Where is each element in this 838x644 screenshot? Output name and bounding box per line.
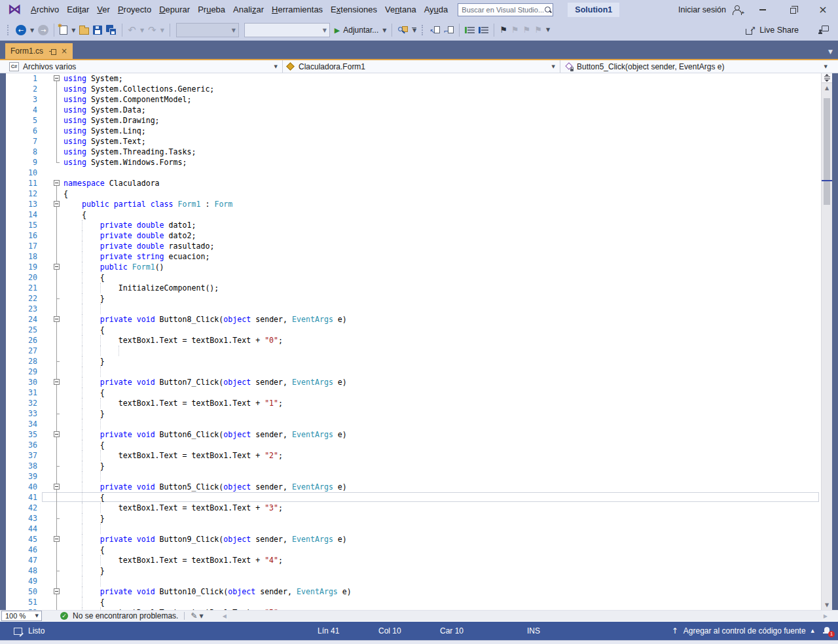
code-line-36[interactable]: 36 { bbox=[6, 440, 821, 450]
new-file-dropdown[interactable]: ▼ bbox=[69, 27, 77, 33]
open-file-button[interactable] bbox=[77, 22, 91, 38]
menu-extensiones[interactable]: Extensiones bbox=[327, 0, 381, 20]
code-line-47[interactable]: 47 textBox1.Text = textBox1.Text + "4"; bbox=[6, 555, 821, 565]
code-line-33[interactable]: 33 } bbox=[6, 408, 821, 419]
code-line-25[interactable]: 25 { bbox=[6, 325, 821, 335]
attach-button[interactable]: ▶ Adjuntar... bbox=[333, 22, 381, 38]
toolbar-grip[interactable] bbox=[7, 25, 10, 35]
code-line-50[interactable]: 50 private void Button10_Click(object se… bbox=[6, 586, 821, 597]
menu-ver[interactable]: Ver bbox=[93, 0, 114, 20]
scrollbar-thumb[interactable] bbox=[824, 98, 830, 205]
search-input[interactable]: Buscar en Visual Studio... bbox=[458, 3, 553, 16]
hscroll-left-button[interactable]: ◀ bbox=[223, 613, 227, 619]
code-line-1[interactable]: 1using System; bbox=[6, 73, 821, 84]
code-line-48[interactable]: 48 } bbox=[6, 565, 821, 576]
background-tasks-icon[interactable] bbox=[14, 628, 22, 635]
code-line-49[interactable]: 49 bbox=[6, 576, 821, 586]
sign-in-button[interactable]: Iniciar sesión + bbox=[678, 0, 742, 20]
code-line-17[interactable]: 17 private double rasultado; bbox=[6, 241, 821, 251]
toolbar-grip-2[interactable] bbox=[422, 25, 425, 35]
code-line-42[interactable]: 42 textBox1.Text = textBox1.Text + "3"; bbox=[6, 503, 821, 513]
code-line-12[interactable]: 12{ bbox=[6, 188, 821, 199]
menu-depurar[interactable]: Depurar bbox=[155, 0, 194, 20]
code-line-5[interactable]: 5using System.Drawing; bbox=[6, 115, 821, 126]
menu-ventana[interactable]: Ventana bbox=[381, 0, 420, 20]
code-line-37[interactable]: 37 textBox1.Text = textBox1.Text + "2"; bbox=[6, 450, 821, 461]
back-dropdown[interactable]: ▼ bbox=[28, 27, 36, 33]
code-line-43[interactable]: 43 } bbox=[6, 513, 821, 524]
code-line-28[interactable]: 28 } bbox=[6, 356, 821, 367]
configuration-combobox[interactable]: ▼ bbox=[176, 23, 239, 37]
code-line-18[interactable]: 18 private string ecuacion; bbox=[6, 251, 821, 262]
code-line-39[interactable]: 39 bbox=[6, 471, 821, 482]
code-line-7[interactable]: 7using System.Text; bbox=[6, 136, 821, 147]
undo-button[interactable]: ↶ bbox=[126, 22, 138, 38]
code-line-13[interactable]: 13 public partial class Form1 : Form bbox=[6, 199, 821, 209]
navigate-forward-button[interactable]: → bbox=[36, 22, 50, 38]
attach-dropdown[interactable]: ▼ bbox=[380, 27, 388, 33]
code-line-10[interactable]: 10 bbox=[6, 168, 821, 178]
scroll-up-button[interactable]: ▲ bbox=[822, 85, 832, 91]
tab-close-icon[interactable]: × bbox=[61, 46, 67, 56]
code-line-31[interactable]: 31 { bbox=[6, 387, 821, 398]
close-button[interactable]: × bbox=[808, 0, 838, 20]
fold-margin[interactable] bbox=[53, 199, 61, 209]
menu-ayuda[interactable]: Ayuda bbox=[420, 0, 452, 20]
code-line-19[interactable]: 19 public Form1() bbox=[6, 262, 821, 272]
vertical-scrollbar[interactable]: ▲ ▼ bbox=[821, 73, 832, 610]
minimize-button[interactable] bbox=[748, 0, 778, 20]
code-line-29[interactable]: 29 bbox=[6, 367, 821, 377]
tab-list-dropdown[interactable]: ▼ bbox=[828, 48, 833, 55]
code-line-22[interactable]: 22 } bbox=[6, 293, 821, 304]
new-file-button[interactable] bbox=[58, 22, 69, 38]
find-in-files-button[interactable] bbox=[395, 22, 410, 38]
menu-analizar[interactable]: Analizar bbox=[229, 0, 268, 20]
code-area[interactable]: 1using System;2using System.Collections.… bbox=[6, 73, 821, 610]
code-line-24[interactable]: 24 private void Button8_Click(object sen… bbox=[6, 314, 821, 325]
member-dropdown[interactable]: Button5_Click(object sender, EventArgs e… bbox=[560, 60, 832, 73]
restore-button[interactable] bbox=[778, 0, 808, 20]
code-line-26[interactable]: 26 textBox1.Text = textBox1.Text + "0"; bbox=[6, 335, 821, 346]
fold-margin[interactable] bbox=[53, 586, 61, 597]
fold-margin[interactable] bbox=[53, 73, 61, 84]
code-line-4[interactable]: 4using System.Data; bbox=[6, 105, 821, 115]
fold-margin[interactable] bbox=[53, 377, 61, 387]
line-numbers-button[interactable] bbox=[477, 22, 490, 38]
menu-proyecto[interactable]: Proyecto bbox=[114, 0, 155, 20]
menu-editar[interactable]: Editar bbox=[63, 0, 93, 20]
prev-bookmark-button[interactable]: ⚑ bbox=[509, 22, 521, 38]
menu-prueba[interactable]: Prueba bbox=[194, 0, 229, 20]
code-line-30[interactable]: 30 private void Button7_Click(object sen… bbox=[6, 377, 821, 387]
peek-definition-button[interactable]: ⌐ bbox=[442, 22, 456, 38]
code-line-20[interactable]: 20 { bbox=[6, 272, 821, 283]
code-line-21[interactable]: 21 InitializeComponent(); bbox=[6, 283, 821, 293]
code-line-34[interactable]: 34 bbox=[6, 419, 821, 429]
toggle-bookmark-button[interactable]: ⚑ bbox=[498, 22, 509, 38]
code-cleanup-icon[interactable]: ✎ bbox=[191, 611, 197, 620]
fold-margin[interactable] bbox=[53, 534, 61, 545]
code-line-8[interactable]: 8using System.Threading.Tasks; bbox=[6, 147, 821, 157]
live-share-button[interactable]: ↗ Live Share bbox=[746, 20, 799, 41]
code-line-16[interactable]: 16 private double dato2; bbox=[6, 230, 821, 241]
code-line-27[interactable]: 27 bbox=[6, 346, 821, 356]
code-line-2[interactable]: 2using System.Collections.Generic; bbox=[6, 84, 821, 94]
code-line-44[interactable]: 44 bbox=[6, 524, 821, 534]
save-all-button[interactable] bbox=[104, 22, 118, 38]
next-bookmark-button[interactable]: ⚑ bbox=[521, 22, 533, 38]
fold-margin[interactable] bbox=[53, 429, 61, 440]
menu-herramientas[interactable]: Herramientas bbox=[268, 0, 327, 20]
code-line-41[interactable]: 41 { bbox=[6, 492, 821, 503]
redo-dropdown[interactable]: ▼ bbox=[158, 27, 166, 33]
code-line-15[interactable]: 15 private double dato1; bbox=[6, 220, 821, 230]
show-tasks-button[interactable] bbox=[463, 22, 477, 38]
notifications-button[interactable]: 1 bbox=[822, 626, 831, 635]
hscroll-right-button[interactable]: ▶ bbox=[824, 613, 828, 619]
code-line-35[interactable]: 35 private void Button6_Click(object sen… bbox=[6, 429, 821, 440]
navigate-to-button[interactable]: ↖ bbox=[428, 22, 442, 38]
code-line-3[interactable]: 3using System.ComponentModel; bbox=[6, 94, 821, 105]
code-line-38[interactable]: 38 } bbox=[6, 461, 821, 471]
navigate-back-button[interactable]: ← bbox=[14, 22, 28, 38]
undo-dropdown[interactable]: ▼ bbox=[138, 27, 146, 33]
code-editor[interactable]: 1using System;2using System.Collections.… bbox=[6, 73, 832, 610]
platform-combobox[interactable]: ▼ bbox=[244, 23, 330, 37]
